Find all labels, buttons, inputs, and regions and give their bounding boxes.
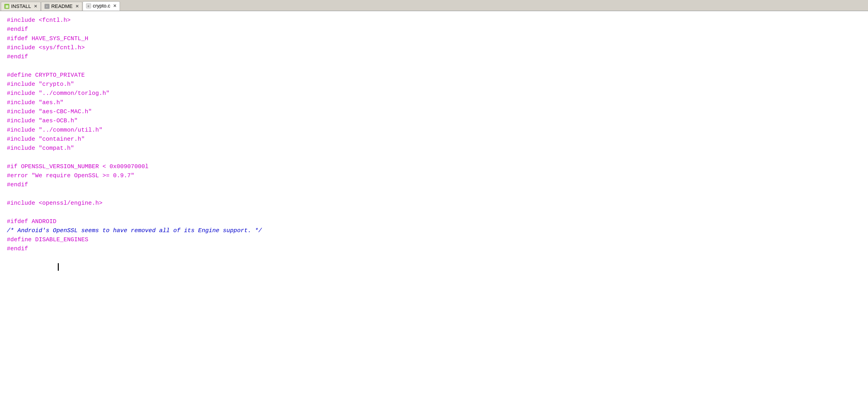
code-line-22 bbox=[7, 208, 861, 217]
code-line-13: #include "../common/util.h" bbox=[7, 126, 861, 135]
code-line-24: /* Android's OpenSSL seems to have remov… bbox=[7, 226, 861, 235]
code-line-17: #if OPENSSL_VERSION_NUMBER < 0x00907000l bbox=[7, 162, 861, 171]
code-line-11: #include "aes-CBC-MAC.h" bbox=[7, 107, 861, 116]
code-line-12: #include "aes-OCB.h" bbox=[7, 116, 861, 125]
code-line-15: #include "compat.h" bbox=[7, 144, 861, 153]
tab-crypto[interactable]: c crypto.c ✕ bbox=[83, 1, 120, 11]
code-line-16 bbox=[7, 153, 861, 162]
code-line-26: #endif bbox=[7, 244, 861, 253]
code-line-18: #error "We require OpenSSL >= 0.9.7" bbox=[7, 171, 861, 180]
code-line-5: #endif bbox=[7, 52, 861, 61]
install-icon: ▤ bbox=[4, 4, 9, 9]
code-line-10: #include "aes.h" bbox=[7, 98, 861, 107]
readme-icon: i bbox=[44, 4, 50, 9]
code-line-6 bbox=[7, 61, 861, 70]
code-line-2: #endif bbox=[7, 25, 861, 34]
code-line-25: #define DISABLE_ENGINES bbox=[7, 235, 861, 244]
code-line-3: #ifdef HAVE_SYS_FCNTL_H bbox=[7, 34, 861, 43]
code-line-8: #include "crypto.h" bbox=[7, 80, 861, 89]
code-line-23: #ifdef ANDROID bbox=[7, 217, 861, 226]
c-file-icon: c bbox=[86, 3, 91, 8]
main-window: ▤ INSTALL ✕ i README ✕ c crypto.c ✕ #inc… bbox=[0, 0, 868, 408]
editor-area[interactable]: #include <fcntl.h> #endif #ifdef HAVE_SY… bbox=[0, 11, 868, 408]
code-line-21: #include <openssl/engine.h> bbox=[7, 199, 861, 208]
code-line-7: #define CRYPTO_PRIVATE bbox=[7, 71, 861, 80]
tab-bar: ▤ INSTALL ✕ i README ✕ c crypto.c ✕ bbox=[0, 0, 868, 11]
tab-install-label: INSTALL bbox=[11, 3, 31, 9]
tab-readme[interactable]: i README ✕ bbox=[41, 2, 82, 11]
code-line-19: #endif bbox=[7, 180, 861, 189]
tab-readme-label: README bbox=[51, 3, 73, 9]
tab-install[interactable]: ▤ INSTALL ✕ bbox=[1, 2, 41, 11]
code-line-9: #include "../common/torlog.h" bbox=[7, 89, 861, 98]
tab-crypto-label: crypto.c bbox=[93, 3, 110, 9]
code-line-14: #include "container.h" bbox=[7, 135, 861, 144]
tab-crypto-close[interactable]: ✕ bbox=[113, 3, 117, 8]
code-line-1: #include <fcntl.h> bbox=[7, 16, 861, 25]
code-line-4: #include <sys/fcntl.h> bbox=[7, 43, 861, 52]
code-line-27: ┃ bbox=[7, 253, 861, 282]
code-line-20 bbox=[7, 190, 861, 199]
tab-install-close[interactable]: ✕ bbox=[34, 4, 37, 9]
mouse-cursor: ┃ bbox=[56, 264, 60, 271]
tab-readme-close[interactable]: ✕ bbox=[75, 4, 79, 9]
